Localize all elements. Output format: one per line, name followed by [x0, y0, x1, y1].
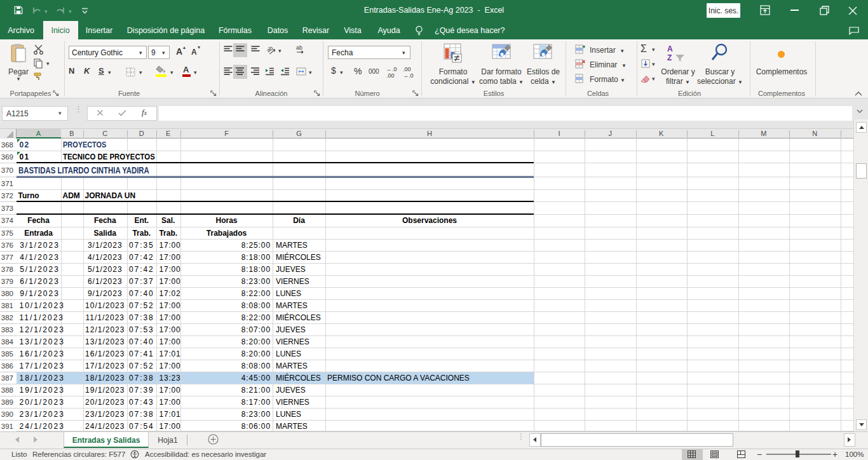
svg-text:ab: ab: [296, 44, 302, 51]
svg-text:ab: ab: [266, 44, 274, 53]
svg-text:A: A: [667, 44, 673, 53]
svg-text:Z: Z: [667, 53, 672, 62]
